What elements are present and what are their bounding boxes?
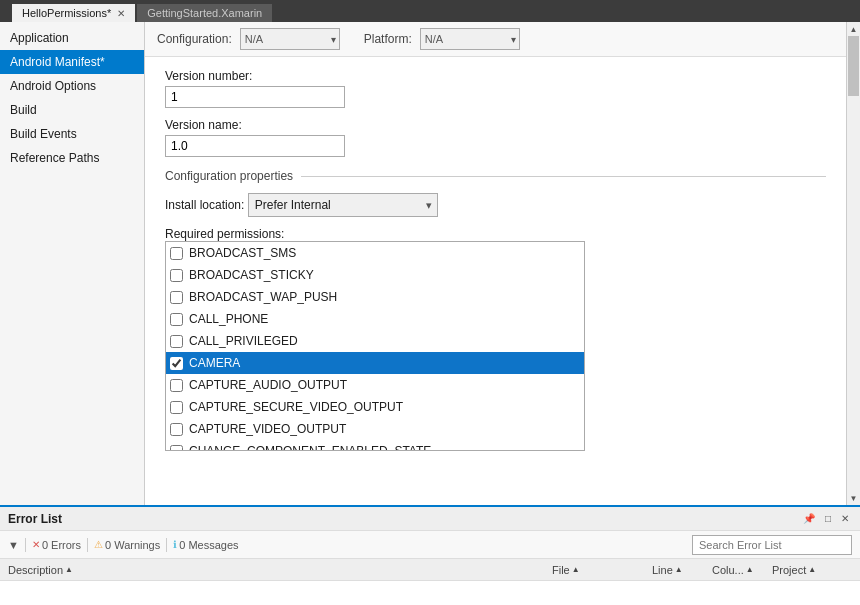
permission-checkbox-camera[interactable] bbox=[170, 357, 183, 370]
permission-checkbox-broadcast-sms[interactable] bbox=[170, 247, 183, 260]
section-divider bbox=[301, 176, 826, 177]
warnings-label: 0 Warnings bbox=[105, 539, 160, 551]
error-list-content bbox=[0, 581, 860, 605]
error-list-columns: Description ▲ File ▲ Line ▲ Colu... ▲ Pr… bbox=[0, 559, 860, 581]
col-label: File bbox=[552, 564, 570, 576]
tab-label: GettingStarted.Xamarin bbox=[147, 7, 262, 19]
sidebar-item-build[interactable]: Build bbox=[0, 98, 144, 122]
scroll-panel[interactable]: Version number: Version name: Configurat… bbox=[145, 57, 846, 505]
list-item[interactable]: CAPTURE_SECURE_VIDEO_OUTPUT bbox=[166, 396, 584, 418]
errors-label: 0 Errors bbox=[42, 539, 81, 551]
configuration-select[interactable]: N/A bbox=[240, 28, 340, 50]
tab-bar: HelloPermissions* ✕ GettingStarted.Xamar… bbox=[12, 0, 274, 22]
permission-checkbox-broadcast-sticky[interactable] bbox=[170, 269, 183, 282]
errors-filter[interactable]: ✕ 0 Errors bbox=[32, 539, 81, 551]
platform-select-wrapper: N/A bbox=[420, 28, 520, 50]
permission-label: CAPTURE_VIDEO_OUTPUT bbox=[189, 422, 346, 436]
permission-checkbox-capture-secure-video-output[interactable] bbox=[170, 401, 183, 414]
error-list-header: Error List 📌 □ ✕ bbox=[0, 507, 860, 531]
config-properties-label: Configuration properties bbox=[165, 169, 301, 183]
permissions-list-container[interactable]: BROADCAST_SMS BROADCAST_STICKY BROADCAST… bbox=[165, 241, 585, 451]
permission-label: CALL_PRIVILEGED bbox=[189, 334, 298, 348]
list-item[interactable]: BROADCAST_STICKY bbox=[166, 264, 584, 286]
permissions-list: BROADCAST_SMS BROADCAST_STICKY BROADCAST… bbox=[166, 242, 584, 451]
permission-label: BROADCAST_STICKY bbox=[189, 268, 314, 282]
list-item[interactable]: CALL_PHONE bbox=[166, 308, 584, 330]
list-item[interactable]: CAMERA bbox=[166, 352, 584, 374]
error-list-panel: Error List 📌 □ ✕ ▼ ✕ 0 Errors ⚠ 0 Warnin… bbox=[0, 505, 860, 605]
list-item[interactable]: CHANGE_COMPONENT_ENABLED_STATE bbox=[166, 440, 584, 451]
sidebar-item-reference-paths[interactable]: Reference Paths bbox=[0, 146, 144, 170]
error-list-close-icon[interactable]: ✕ bbox=[838, 512, 852, 525]
sidebar-item-android-manifest[interactable]: Android Manifest* bbox=[0, 50, 144, 74]
sort-arrow-icon: ▲ bbox=[65, 565, 73, 574]
platform-select[interactable]: N/A bbox=[420, 28, 520, 50]
col-header-line[interactable]: Line ▲ bbox=[652, 564, 712, 576]
scroll-up-button[interactable]: ▲ bbox=[847, 22, 861, 36]
list-item[interactable]: CAPTURE_VIDEO_OUTPUT bbox=[166, 418, 584, 440]
message-icon: ℹ bbox=[173, 539, 177, 550]
col-header-description[interactable]: Description ▲ bbox=[8, 564, 552, 576]
sidebar-item-android-options[interactable]: Android Options bbox=[0, 74, 144, 98]
permission-checkbox-call-phone[interactable] bbox=[170, 313, 183, 326]
list-item[interactable]: BROADCAST_WAP_PUSH bbox=[166, 286, 584, 308]
main-scrollbar[interactable]: ▲ ▼ bbox=[846, 22, 860, 505]
permission-label: BROADCAST_SMS bbox=[189, 246, 296, 260]
tab-close-icon[interactable]: ✕ bbox=[117, 8, 125, 19]
error-icon: ✕ bbox=[32, 539, 40, 550]
install-location-label: Install location: bbox=[165, 198, 244, 212]
scrollbar-thumb bbox=[848, 36, 859, 96]
install-select-wrapper: Prefer Internal Prefer External Auto For… bbox=[248, 193, 438, 217]
content-area: Configuration: N/A Platform: N/A Version… bbox=[145, 22, 846, 505]
error-list-title: Error List bbox=[8, 512, 800, 526]
sidebar-item-application[interactable]: Application bbox=[0, 26, 144, 50]
install-location-select[interactable]: Prefer Internal Prefer External Auto For… bbox=[248, 193, 438, 217]
permission-checkbox-call-privileged[interactable] bbox=[170, 335, 183, 348]
toolbar-separator-2 bbox=[87, 538, 88, 552]
error-search-input[interactable] bbox=[692, 535, 852, 555]
sort-arrow-icon: ▲ bbox=[808, 565, 816, 574]
messages-filter[interactable]: ℹ 0 Messages bbox=[173, 539, 238, 551]
permission-checkbox-capture-video-output[interactable] bbox=[170, 423, 183, 436]
error-filter-dropdown[interactable]: ▼ bbox=[8, 539, 19, 551]
toolbar-separator-3 bbox=[166, 538, 167, 552]
col-label: Description bbox=[8, 564, 63, 576]
warnings-filter[interactable]: ⚠ 0 Warnings bbox=[94, 539, 160, 551]
config-properties-header: Configuration properties bbox=[165, 169, 826, 183]
version-number-input[interactable] bbox=[165, 86, 345, 108]
permission-label: CALL_PHONE bbox=[189, 312, 268, 326]
error-list-icons: 📌 □ ✕ bbox=[800, 512, 852, 525]
col-header-file[interactable]: File ▲ bbox=[552, 564, 652, 576]
permission-label: CAPTURE_AUDIO_OUTPUT bbox=[189, 378, 347, 392]
list-item[interactable]: CAPTURE_AUDIO_OUTPUT bbox=[166, 374, 584, 396]
version-number-group: Version number: bbox=[165, 69, 826, 108]
col-header-column[interactable]: Colu... ▲ bbox=[712, 564, 772, 576]
required-permissions-label: Required permissions: bbox=[165, 227, 284, 241]
scrollbar-track bbox=[847, 36, 860, 491]
sidebar-item-build-events[interactable]: Build Events bbox=[0, 122, 144, 146]
permission-label: CAPTURE_SECURE_VIDEO_OUTPUT bbox=[189, 400, 403, 414]
col-label: Project bbox=[772, 564, 806, 576]
tab-getting-started[interactable]: GettingStarted.Xamarin bbox=[137, 4, 272, 22]
scroll-down-button[interactable]: ▼ bbox=[847, 491, 861, 505]
version-name-label: Version name: bbox=[165, 118, 826, 132]
sort-arrow-icon: ▲ bbox=[572, 565, 580, 574]
messages-label: 0 Messages bbox=[179, 539, 238, 551]
permission-checkbox-broadcast-wap-push[interactable] bbox=[170, 291, 183, 304]
configuration-select-wrapper: N/A bbox=[240, 28, 340, 50]
permission-checkbox-change-component[interactable] bbox=[170, 445, 183, 452]
error-list-pin-icon[interactable]: 📌 bbox=[800, 512, 818, 525]
tab-label: HelloPermissions* bbox=[22, 7, 111, 19]
error-list-maximize-icon[interactable]: □ bbox=[822, 512, 834, 525]
version-name-input[interactable] bbox=[165, 135, 345, 157]
install-location-group: Install location: Prefer Internal Prefer… bbox=[165, 193, 826, 217]
col-header-project[interactable]: Project ▲ bbox=[772, 564, 852, 576]
config-bar: Configuration: N/A Platform: N/A bbox=[145, 22, 846, 57]
permission-checkbox-capture-audio-output[interactable] bbox=[170, 379, 183, 392]
permission-label: CAMERA bbox=[189, 356, 240, 370]
list-item[interactable]: BROADCAST_SMS bbox=[166, 242, 584, 264]
tab-hello-permissions[interactable]: HelloPermissions* ✕ bbox=[12, 4, 135, 22]
error-list-toolbar: ▼ ✕ 0 Errors ⚠ 0 Warnings ℹ 0 Messages bbox=[0, 531, 860, 559]
list-item[interactable]: CALL_PRIVILEGED bbox=[166, 330, 584, 352]
col-label: Colu... bbox=[712, 564, 744, 576]
